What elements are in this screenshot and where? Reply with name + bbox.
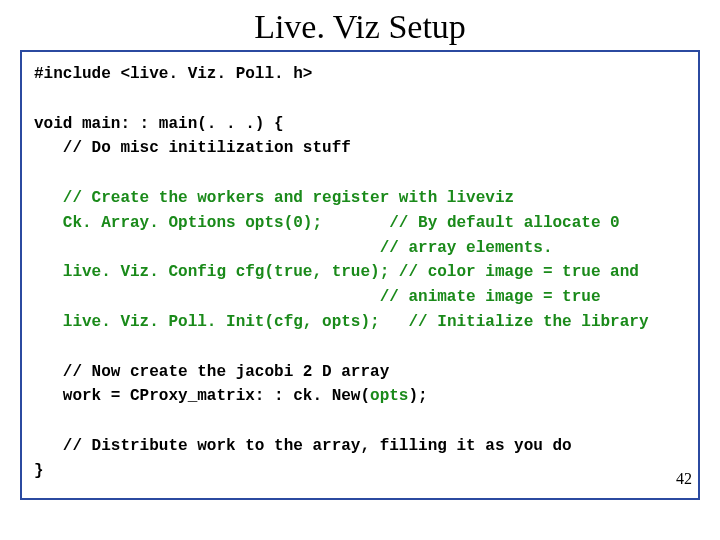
code-comment: // array elements. <box>380 239 553 257</box>
code-line: // Do misc initilization stuff <box>34 139 351 157</box>
code-line: ); <box>408 387 427 405</box>
code-content: #include <live. Viz. Poll. h> void main:… <box>34 62 686 484</box>
code-arg: opts <box>370 387 408 405</box>
code-comment: // Create the workers and register with … <box>34 189 514 207</box>
code-line: void main: : main(. . .) { <box>34 115 284 133</box>
code-line: // Now create the jacobi 2 D array <box>34 363 389 381</box>
code-comment: // Initialize the library <box>408 313 648 331</box>
code-comment: // animate image = true <box>380 288 601 306</box>
code-line: // Distribute work to the array, filling… <box>34 437 572 455</box>
code-line: work = CProxy_matrix: : ck. New( <box>34 387 370 405</box>
page-number: 42 <box>676 467 692 492</box>
code-line: #include <live. Viz. Poll. h> <box>34 65 312 83</box>
code-line: } <box>34 462 44 480</box>
slide-title: Live. Viz Setup <box>0 0 720 50</box>
code-line: live. Viz. Config cfg(true, true); <box>34 263 399 281</box>
code-line: live. Viz. Poll. Init(cfg, opts); <box>34 313 408 331</box>
code-line: Ck. Array. Options opts(0); <box>34 214 389 232</box>
code-comment: // color image = true and <box>399 263 639 281</box>
code-line <box>34 239 380 257</box>
code-line <box>34 288 380 306</box>
code-box: #include <live. Viz. Poll. h> void main:… <box>20 50 700 500</box>
code-comment: // By default allocate 0 <box>389 214 619 232</box>
